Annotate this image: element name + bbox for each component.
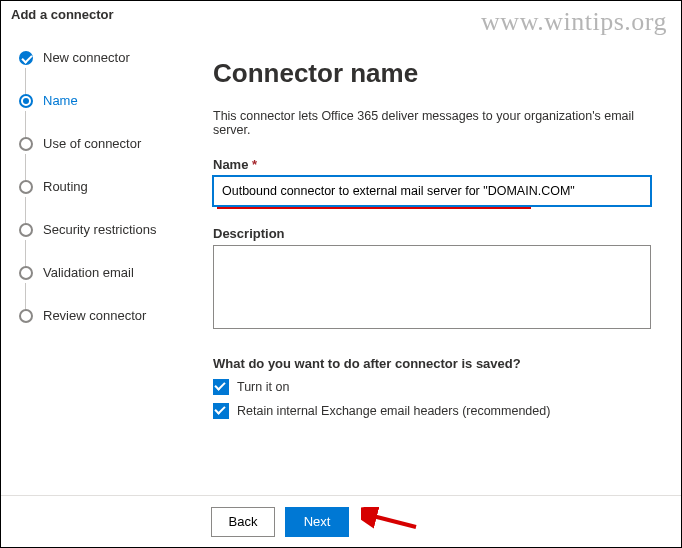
required-asterisk: *: [252, 157, 257, 172]
checkbox-label: Turn it on: [237, 380, 289, 394]
step-review-connector: Review connector: [19, 308, 191, 323]
step-label: Routing: [43, 179, 88, 194]
step-new-connector[interactable]: New connector: [19, 50, 191, 65]
step-label: Name: [43, 93, 78, 108]
step-label: Validation email: [43, 265, 134, 280]
name-field-label: Name *: [213, 157, 651, 172]
annotation-underline: [217, 207, 531, 209]
step-label: Review connector: [43, 308, 146, 323]
wizard-footer: Back Next: [1, 495, 681, 547]
dialog-header: Add a connector: [1, 1, 681, 26]
step-name[interactable]: Name: [19, 93, 191, 108]
checkbox-label: Retain internal Exchange email headers (…: [237, 404, 550, 418]
step-label: Security restrictions: [43, 222, 156, 237]
checkbox-checked-icon: [213, 403, 229, 419]
dialog-title: Add a connector: [11, 7, 114, 22]
step-upcoming-icon: [19, 266, 33, 280]
next-button[interactable]: Next: [285, 507, 349, 537]
step-validation-email: Validation email: [19, 265, 191, 280]
wizard-steps-sidebar: New connector Name Use of connector Rout…: [1, 26, 201, 492]
checkbox-retain-headers[interactable]: Retain internal Exchange email headers (…: [213, 403, 651, 419]
step-completed-icon: [19, 51, 33, 65]
step-use-of-connector: Use of connector: [19, 136, 191, 151]
step-label: Use of connector: [43, 136, 141, 151]
name-label-text: Name: [213, 157, 248, 172]
step-security-restrictions: Security restrictions: [19, 222, 191, 237]
page-heading: Connector name: [213, 58, 651, 89]
step-label: New connector: [43, 50, 130, 65]
wizard-content: Connector name This connector lets Offic…: [201, 26, 681, 492]
step-upcoming-icon: [19, 180, 33, 194]
step-upcoming-icon: [19, 309, 33, 323]
page-intro-text: This connector lets Office 365 deliver m…: [213, 109, 651, 137]
step-upcoming-icon: [19, 223, 33, 237]
connector-name-input[interactable]: [213, 176, 651, 206]
step-upcoming-icon: [19, 137, 33, 151]
step-current-icon: [19, 94, 33, 108]
connector-description-input[interactable]: [213, 245, 651, 329]
checkbox-checked-icon: [213, 379, 229, 395]
after-saved-label: What do you want to do after connector i…: [213, 356, 651, 371]
step-routing: Routing: [19, 179, 191, 194]
back-button[interactable]: Back: [211, 507, 275, 537]
checkbox-turn-it-on[interactable]: Turn it on: [213, 379, 651, 395]
description-field-label: Description: [213, 226, 651, 241]
